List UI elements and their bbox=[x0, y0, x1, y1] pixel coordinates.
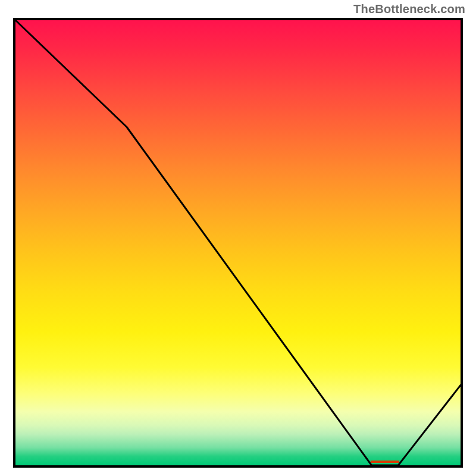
plot-frame bbox=[13, 18, 463, 468]
curve-svg bbox=[15, 20, 461, 465]
chart-container: TheBottleneck.com bbox=[0, 0, 476, 476]
watermark-text: TheBottleneck.com bbox=[353, 2, 465, 16]
bottleneck-curve-path bbox=[15, 20, 461, 465]
